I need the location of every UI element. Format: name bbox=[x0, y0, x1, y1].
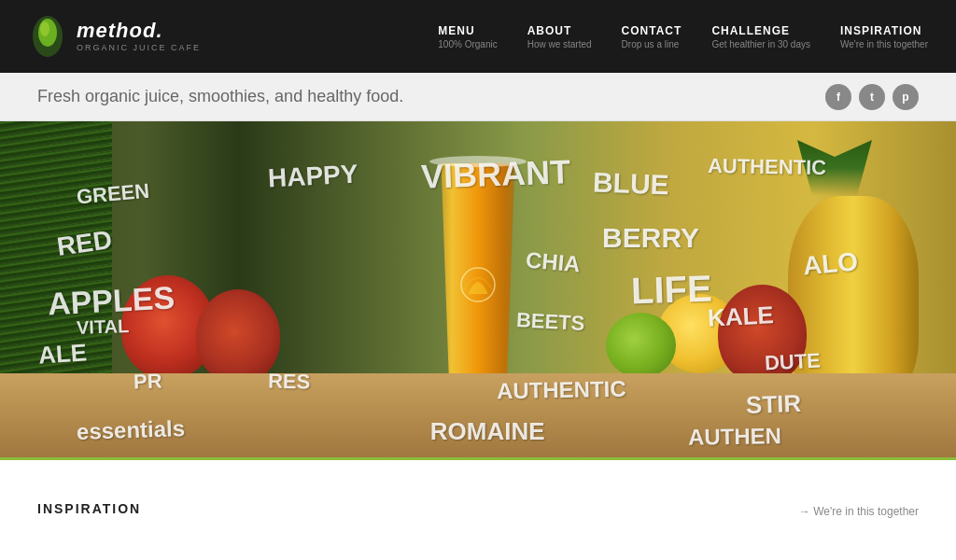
hero-section: GREENHAPPYVIBRANTBLUEAUTHENTICREDBERRYAP… bbox=[0, 121, 956, 457]
header: method. ORGANIC JUICE CAFE MENU 100% Org… bbox=[0, 0, 956, 73]
pinterest-icon[interactable]: p bbox=[893, 84, 919, 110]
social-icons: f t p bbox=[825, 84, 919, 110]
twitter-icon[interactable]: t bbox=[859, 84, 885, 110]
nav-label: ABOUT bbox=[527, 24, 572, 37]
logo-text: method. ORGANIC JUICE CAFE bbox=[77, 21, 201, 52]
inspiration-link[interactable]: → We're in this together bbox=[799, 505, 919, 518]
nav-sub: How we started bbox=[527, 39, 592, 49]
nav-item-menu[interactable]: MENU 100% Organic bbox=[438, 24, 497, 49]
nav-sub: 100% Organic bbox=[438, 39, 497, 49]
logo-area: method. ORGANIC JUICE CAFE bbox=[28, 14, 201, 59]
nav-label: CONTACT bbox=[622, 24, 682, 37]
facebook-icon[interactable]: f bbox=[825, 84, 851, 110]
nav-item-about[interactable]: ABOUT How we started bbox=[527, 24, 592, 49]
tagline-text: Fresh organic juice, smoothies, and heal… bbox=[37, 87, 825, 106]
logo-icon bbox=[28, 14, 67, 59]
nav-sub: Drop us a line bbox=[622, 39, 680, 49]
nav-item-challenge[interactable]: CHALLENGE Get healthier in 30 days bbox=[711, 24, 810, 49]
svg-point-2 bbox=[40, 21, 49, 36]
nav-label: MENU bbox=[438, 24, 474, 37]
bottom-section: INSPIRATION → We're in this together bbox=[0, 457, 956, 560]
logo-name: method. bbox=[77, 21, 201, 41]
nav-item-inspiration[interactable]: INSPIRATION We're in this together bbox=[840, 24, 928, 49]
tagline-bar: Fresh organic juice, smoothies, and heal… bbox=[0, 73, 956, 121]
inspiration-section-label: INSPIRATION bbox=[37, 501, 919, 516]
main-nav: MENU 100% Organic ABOUT How we started C… bbox=[438, 24, 928, 49]
nav-item-contact[interactable]: CONTACT Drop us a line bbox=[622, 24, 682, 49]
nav-label: CHALLENGE bbox=[711, 24, 790, 37]
nav-sub: Get healthier in 30 days bbox=[711, 39, 810, 49]
nav-label: INSPIRATION bbox=[840, 24, 921, 37]
logo-tagline: ORGANIC JUICE CAFE bbox=[77, 43, 201, 52]
nav-sub: We're in this together bbox=[840, 39, 928, 49]
